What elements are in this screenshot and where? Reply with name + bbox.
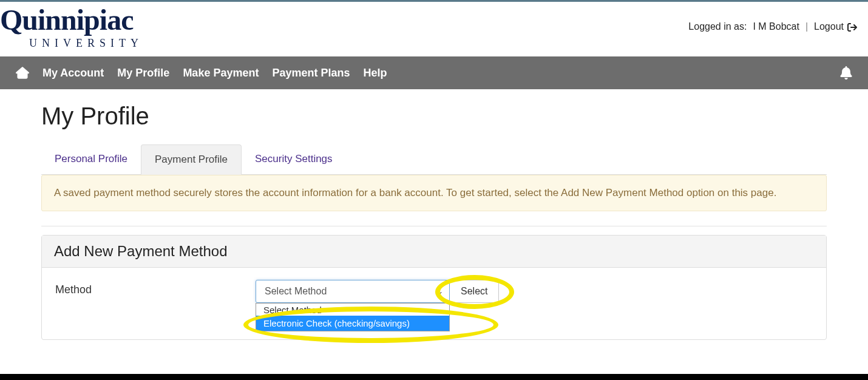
method-label: Method <box>55 280 256 296</box>
method-select[interactable]: Select Method ⌄ <box>256 280 450 303</box>
bell-icon[interactable] <box>840 66 852 80</box>
panel-heading: Add New Payment Method <box>42 236 826 268</box>
panel-body: Method Select Method ⌄ Select Select Met… <box>42 268 826 339</box>
method-select-value: Select Method <box>265 286 327 297</box>
nav-right <box>840 66 852 80</box>
tab-security-settings[interactable]: Security Settings <box>242 144 346 174</box>
page-title: My Profile <box>41 103 827 130</box>
nav-payment-plans[interactable]: Payment Plans <box>272 67 350 80</box>
method-control-column: Select Method ⌄ Select Select Method Ele… <box>256 280 499 303</box>
separator <box>41 226 827 226</box>
login-info: Logged in as: I M Bobcat | Logout <box>688 5 857 32</box>
nav-my-account[interactable]: My Account <box>42 67 104 80</box>
dropdown-option-placeholder[interactable]: Select Method <box>256 304 449 316</box>
nav-make-payment[interactable]: Make Payment <box>183 67 259 80</box>
add-payment-method-panel: Add New Payment Method Method Select Met… <box>41 235 827 340</box>
nav-help[interactable]: Help <box>364 67 387 80</box>
logout-label: Logout <box>814 21 844 32</box>
logout-icon <box>847 21 857 32</box>
dropdown-option-electronic-check[interactable]: Electronic Check (checking/savings) <box>256 316 449 331</box>
select-button[interactable]: Select <box>450 280 499 303</box>
divider: | <box>805 21 808 32</box>
logged-in-user: I M Bobcat <box>753 21 799 32</box>
nav-my-profile[interactable]: My Profile <box>117 67 169 80</box>
content-area: My Profile Personal Profile Payment Prof… <box>0 89 868 340</box>
logo-main-text: Quinnipiac <box>0 5 143 35</box>
page-header: Quinnipiac UNIVERSITY Logged in as: I M … <box>0 2 868 56</box>
tab-payment-profile[interactable]: Payment Profile <box>141 144 242 175</box>
logged-in-prefix: Logged in as: <box>688 21 747 32</box>
info-banner: A saved payment method securely stores t… <box>41 175 827 211</box>
chevron-down-icon: ⌄ <box>437 287 443 296</box>
tab-personal-profile[interactable]: Personal Profile <box>41 144 141 174</box>
home-icon[interactable] <box>16 66 29 80</box>
method-row: Method Select Method ⌄ Select Select Met… <box>55 280 813 303</box>
method-select-wrap: Select Method ⌄ Select <box>256 280 499 303</box>
method-dropdown: Select Method Electronic Check (checking… <box>256 303 450 331</box>
logout-link[interactable]: Logout <box>814 21 857 32</box>
logo-sub-text: UNIVERSITY <box>0 37 143 50</box>
logo-block: Quinnipiac UNIVERSITY <box>0 5 143 50</box>
main-navbar: My Account My Profile Make Payment Payme… <box>0 56 868 89</box>
profile-tabs: Personal Profile Payment Profile Securit… <box>41 144 827 175</box>
